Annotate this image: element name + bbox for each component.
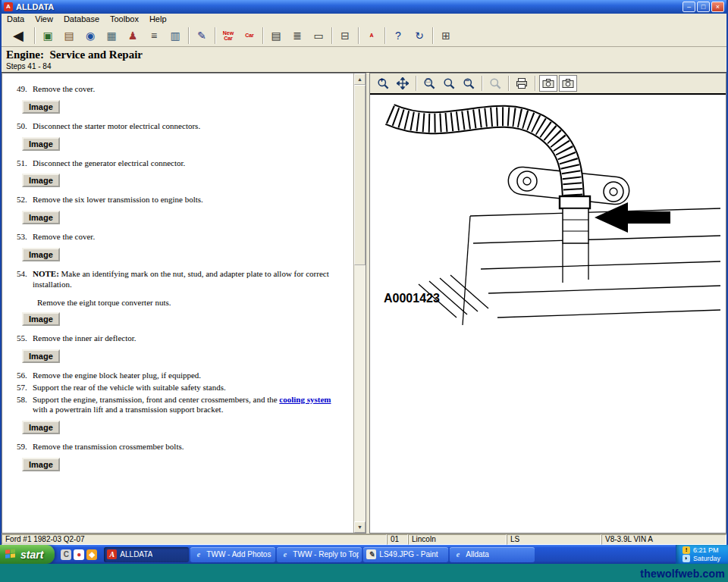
search-doc-icon[interactable]: ◉ xyxy=(80,27,100,45)
pen-icon[interactable]: ✎ xyxy=(192,27,212,45)
taskbar-item[interactable]: eAlldata xyxy=(450,547,535,562)
menu-view[interactable]: View xyxy=(30,14,58,25)
minimize-button[interactable]: – xyxy=(682,2,695,12)
step-item: 51.Disconnect the generator electrical c… xyxy=(7,158,349,169)
step-item: 53.Remove the cover. xyxy=(7,232,349,242)
fit-page-button[interactable] xyxy=(559,75,577,92)
zoom-normal-button[interactable] xyxy=(440,75,458,92)
main-split: 49.Remove the cover.Image50.Disconnect t… xyxy=(2,73,726,534)
step-item: 52.Remove the six lower transmission to … xyxy=(7,195,349,205)
toolbar-separator xyxy=(535,76,535,91)
scrollbar-track[interactable] xyxy=(354,85,366,521)
content-header: Engine: Service and Repair Steps 41 - 84 xyxy=(2,47,726,73)
step-text: Support the rear of the vehicle with sui… xyxy=(33,383,349,393)
toolbar-separator xyxy=(482,76,482,91)
technician-icon[interactable]: ♟ xyxy=(123,27,143,45)
image-button[interactable]: Image xyxy=(22,174,60,187)
fit-width-button[interactable] xyxy=(539,75,557,92)
start-button[interactable]: start xyxy=(0,545,55,564)
taskbar-item[interactable]: AALLDATA xyxy=(104,547,189,562)
image-button[interactable]: Image xyxy=(22,312,60,326)
step-number: 51. xyxy=(7,158,33,169)
taskbar-item-icon: ✎ xyxy=(366,549,376,559)
step-item: 58.Support the engine, transmission, fro… xyxy=(7,395,349,416)
step-subtext: Remove the eight torque converter nuts. xyxy=(37,298,349,307)
image-button[interactable]: Image xyxy=(22,100,60,114)
acrobat-icon[interactable]: A xyxy=(362,27,381,45)
tray-volume-icon[interactable]: ◗ xyxy=(682,555,690,562)
toolbar-separator xyxy=(215,27,215,44)
pan-button[interactable] xyxy=(394,75,412,92)
help-icon[interactable]: ? xyxy=(388,27,408,45)
print-setup-icon[interactable]: ⊞ xyxy=(436,27,456,45)
image-button[interactable]: Image xyxy=(22,421,60,434)
taskbar-item[interactable]: eTWW - Reply to Topic... xyxy=(277,547,362,562)
toolbar-separator xyxy=(188,27,189,44)
history-icon[interactable]: ↻ xyxy=(410,27,429,45)
image-button[interactable]: Image xyxy=(22,349,60,363)
clock: 6:21 PM xyxy=(693,546,719,555)
document-pages-icon[interactable]: ▥ xyxy=(165,27,185,45)
step-number: 58. xyxy=(7,395,33,416)
step-text: Remove the cover. xyxy=(33,84,349,95)
menu-toolbox[interactable]: Toolbox xyxy=(105,14,144,25)
image-view-icon[interactable]: ▭ xyxy=(309,27,328,45)
menu-data[interactable]: Data xyxy=(2,14,30,25)
image-button[interactable]: Image xyxy=(22,211,60,224)
print-icon[interactable]: ⊟ xyxy=(335,27,355,45)
step-text: Disconnect the generator electrical conn… xyxy=(33,158,349,169)
mini-list-icon[interactable]: ≡ xyxy=(144,27,164,45)
back-button[interactable]: ◀ xyxy=(5,27,31,45)
step-number: 59. xyxy=(7,442,33,452)
status-segment: Ford #1 1982-03 Q2-07 xyxy=(2,534,387,545)
step-text: Remove the engine block heater plug, if … xyxy=(33,371,349,381)
image-toolbar: +□− xyxy=(370,74,726,95)
taskbar-item[interactable]: ✎LS49.JPG - Paint xyxy=(363,547,448,562)
quick-launch-messenger-icon[interactable]: ● xyxy=(74,549,84,560)
zoom-in-button[interactable]: + xyxy=(374,75,392,92)
quick-launch-browser-icon[interactable]: C xyxy=(61,549,71,560)
outline-view-icon[interactable]: ▤ xyxy=(266,27,286,45)
status-bar: Ford #1 1982-03 Q2-0701LincolnLSV8-3.9L … xyxy=(2,534,726,545)
toolbar-separator xyxy=(34,27,35,44)
image-button[interactable]: Image xyxy=(22,458,60,471)
menu-database[interactable]: Database xyxy=(58,14,105,25)
menu-help[interactable]: Help xyxy=(144,14,172,25)
step-item: 59.Remove the transmission crossmember b… xyxy=(7,442,349,452)
menu-bar: DataViewDatabaseToolboxHelp xyxy=(2,14,726,25)
page-title: Engine: Service and Repair xyxy=(6,48,722,61)
repair-manual-icon[interactable]: ▤ xyxy=(59,27,79,45)
status-segment: V8-3.9L VIN A xyxy=(601,534,726,545)
step-text: Remove the inner air deflector. xyxy=(33,333,349,344)
step-number: 50. xyxy=(7,121,33,132)
alldata-window: A ALLDATA – □ × DataViewDatabaseToolboxH… xyxy=(0,0,728,545)
image-pane: +□− xyxy=(369,73,726,534)
toolbar-separator xyxy=(331,27,332,44)
text-view-icon[interactable]: ≣ xyxy=(287,27,307,45)
vehicle-icon[interactable]: ▣ xyxy=(38,27,58,45)
scroll-up-button[interactable]: ▲ xyxy=(354,74,366,85)
maximize-button[interactable]: □ xyxy=(697,2,710,12)
quick-launch-media-icon[interactable]: ◆ xyxy=(86,549,97,560)
new-car-icon[interactable]: New Car xyxy=(218,27,238,45)
tray-security-icon[interactable]: ! xyxy=(682,546,690,554)
status-segment: LS xyxy=(507,534,601,545)
close-button[interactable]: × xyxy=(711,2,724,12)
scrollbar-thumb[interactable] xyxy=(354,85,366,265)
spec-table-icon[interactable]: ▦ xyxy=(102,27,121,45)
figure-number: A0001423 xyxy=(384,292,440,305)
cooling-system-link[interactable]: cooling system xyxy=(279,395,331,404)
print-image-button[interactable] xyxy=(513,75,531,92)
vertical-scrollbar[interactable]: ▲ ▼ xyxy=(353,74,366,533)
scroll-down-button[interactable]: ▼ xyxy=(354,521,366,533)
zoom-area-button[interactable]: □ xyxy=(420,75,438,92)
image-button[interactable]: Image xyxy=(22,248,60,261)
screen: A ALLDATA – □ × DataViewDatabaseToolboxH… xyxy=(0,0,728,582)
taskbar-item-icon: e xyxy=(280,549,290,559)
zoom-out-button[interactable]: − xyxy=(460,75,478,92)
app-icon: A xyxy=(4,2,13,11)
car-icon[interactable]: Car xyxy=(240,27,259,45)
taskbar: start C●◆ AALLDATAeTWW - Add Photos - ..… xyxy=(0,545,728,564)
taskbar-item[interactable]: eTWW - Add Photos - ... xyxy=(190,547,275,562)
image-button[interactable]: Image xyxy=(22,137,60,151)
